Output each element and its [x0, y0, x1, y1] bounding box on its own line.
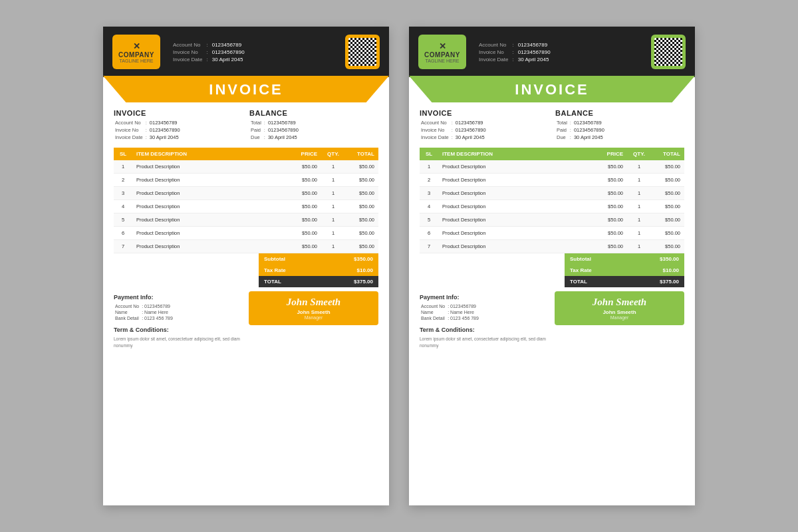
account-label: Account No	[477, 41, 510, 49]
invoice-date-label: Invoice Date	[477, 56, 510, 63]
banner-title: INVOICE	[103, 81, 389, 98]
logo-shape: ✕ COMPANY TAGLINE HERE	[418, 35, 466, 69]
logo-area: ✕ COMPANY TAGLINE HERE	[112, 35, 160, 69]
subtotal-row: Subtotal $350.00	[259, 253, 378, 265]
terms-title: Term & Conditions:	[420, 327, 549, 333]
qr-code	[651, 35, 686, 69]
signature-name: John Smeeth	[561, 309, 678, 315]
col-price: Price	[287, 148, 321, 160]
invoice-orange: ✕ COMPANY TAGLINE HERE Account No : 0123…	[103, 27, 389, 505]
balance-section-title: BALANCE	[555, 109, 684, 117]
col-sl: SL	[114, 148, 132, 160]
subtotal-label: Subtotal	[259, 253, 321, 265]
table-row: 3Product Description$50.001$50.00	[114, 187, 378, 200]
body-section: INVOICE Account No : 0123456789 Invoice …	[103, 102, 389, 287]
qr-code	[345, 35, 380, 69]
col-sl: SL	[420, 148, 438, 160]
footer-section: Payment Info: Account No: 0123456789 Nam…	[103, 287, 389, 358]
table-row: 2Product Description$50.001$50.00	[420, 174, 684, 187]
tax-row: Tax Rate $10.00	[259, 265, 378, 276]
table-row: 5Product Description$50.001$50.00	[114, 213, 378, 227]
footer-left: Payment Info: Account No: 0123456789 Nam…	[420, 294, 549, 349]
info-grid: INVOICE Account No : 0123456789 Invoice …	[114, 109, 378, 141]
total-row: TOTAL $375.00	[565, 276, 684, 287]
signature-title: Manager	[561, 315, 678, 320]
invoice-info-block: INVOICE Account No : 0123456789 Invoice …	[114, 109, 243, 141]
invoice-banner: INVOICE	[409, 76, 695, 102]
invoice-date-value: 30 April 2045	[210, 56, 247, 63]
footer-right: John Smeeth John Smeeth Manager	[249, 294, 378, 325]
terms-text: Lorem ipsum dolor sit amet, consectetuer…	[114, 336, 243, 349]
col-qty: Qty.	[627, 148, 651, 160]
tax-row: Tax Rate $10.00	[565, 265, 684, 276]
tax-label: Tax Rate	[565, 265, 627, 276]
items-table: SL Item Description Price Qty. Total 1Pr…	[114, 148, 378, 253]
balance-section-title: BALANCE	[249, 109, 378, 117]
table-row: 5Product Description$50.001$50.00	[420, 213, 684, 227]
logo-icon: ✕	[133, 41, 140, 51]
signature-script: John Smeeth	[561, 297, 678, 308]
account-value: 0123456789	[516, 41, 553, 49]
table-row: 2Product Description$50.001$50.00	[114, 174, 378, 187]
account-value: 0123456789	[210, 41, 247, 49]
table-row: 6Product Description$50.001$50.00	[114, 227, 378, 240]
header-info: Account No : 0123456789 Invoice No : 012…	[160, 41, 345, 63]
info-grid: INVOICE Account No : 0123456789 Invoice …	[420, 109, 684, 141]
items-table: SL Item Description Price Qty. Total 1Pr…	[420, 148, 684, 253]
table-row: 6Product Description$50.001$50.00	[420, 227, 684, 240]
col-description: Item Description	[132, 148, 287, 160]
tax-label: Tax Rate	[259, 265, 321, 276]
total-label: TOTAL	[259, 276, 321, 287]
signature-box: John Smeeth John Smeeth Manager	[555, 291, 684, 325]
tax-value: $10.00	[627, 265, 684, 276]
balance-info-block: BALANCE Total : 0123456789 Paid : 012345…	[249, 109, 378, 141]
invoice-no-value: 01234567890	[516, 49, 553, 56]
table-header-row: SL Item Description Price Qty. Total	[114, 148, 378, 160]
subtotal-value: $350.00	[627, 253, 684, 265]
logo-icon: ✕	[439, 41, 446, 51]
invoice-info-block: INVOICE Account No : 0123456789 Invoice …	[420, 109, 549, 141]
invoice-green: ✕ COMPANY TAGLINE HERE Account No : 0123…	[409, 27, 695, 505]
invoice-date-value: 30 April 2045	[516, 56, 553, 63]
payment-info-title: Payment Info:	[420, 294, 549, 301]
table-row: 7Product Description$50.001$50.00	[420, 240, 684, 253]
footer-left: Payment Info: Account No: 0123456789 Nam…	[114, 294, 243, 349]
invoice-no-label: Invoice No	[171, 49, 204, 56]
invoice-section-title: INVOICE	[114, 109, 243, 117]
qr-pattern	[654, 38, 682, 66]
col-total: Total	[345, 148, 378, 160]
table-row: 4Product Description$50.001$50.00	[114, 200, 378, 213]
total-label: TOTAL	[565, 276, 627, 287]
invoice-no-label: Invoice No	[477, 49, 510, 56]
totals-table: Subtotal $350.00 Tax Rate $10.00 TOTAL $…	[565, 253, 684, 287]
footer-section: Payment Info: Account No: 0123456789 Nam…	[409, 287, 695, 358]
totals-table: Subtotal $350.00 Tax Rate $10.00 TOTAL $…	[259, 253, 378, 287]
signature-script: John Smeeth	[255, 297, 372, 308]
company-tagline: TAGLINE HERE	[120, 59, 154, 63]
invoice-header: ✕ COMPANY TAGLINE HERE Account No : 0123…	[103, 27, 389, 77]
payment-info: Payment Info: Account No: 0123456789 Nam…	[114, 294, 243, 321]
footer-right: John Smeeth John Smeeth Manager	[555, 294, 684, 325]
col-description: Item Description	[438, 148, 593, 160]
company-name: COMPANY	[118, 51, 154, 59]
payment-info: Payment Info: Account No: 0123456789 Nam…	[420, 294, 549, 321]
logo-shape: ✕ COMPANY TAGLINE HERE	[112, 35, 160, 69]
totals-section: Subtotal $350.00 Tax Rate $10.00 TOTAL $…	[420, 253, 684, 287]
total-value: $375.00	[627, 276, 684, 287]
totals-section: Subtotal $350.00 Tax Rate $10.00 TOTAL $…	[114, 253, 378, 287]
subtotal-row: Subtotal $350.00	[565, 253, 684, 265]
total-row: TOTAL $375.00	[259, 276, 378, 287]
company-tagline: TAGLINE HERE	[426, 59, 460, 63]
invoice-section-title: INVOICE	[420, 109, 549, 117]
invoice-header: ✕ COMPANY TAGLINE HERE Account No : 0123…	[409, 27, 695, 77]
signature-box: John Smeeth John Smeeth Manager	[249, 291, 378, 325]
terms-title: Term & Conditions:	[114, 327, 243, 333]
terms-text: Lorem ipsum dolor sit amet, consectetuer…	[420, 336, 549, 349]
terms-section: Term & Conditions: Lorem ipsum dolor sit…	[114, 327, 243, 349]
col-price: Price	[593, 148, 627, 160]
col-total: Total	[651, 148, 684, 160]
table-row: 7Product Description$50.001$50.00	[114, 240, 378, 253]
banner-title: INVOICE	[409, 81, 695, 98]
terms-section: Term & Conditions: Lorem ipsum dolor sit…	[420, 327, 549, 349]
invoice-date-label: Invoice Date	[171, 56, 204, 63]
